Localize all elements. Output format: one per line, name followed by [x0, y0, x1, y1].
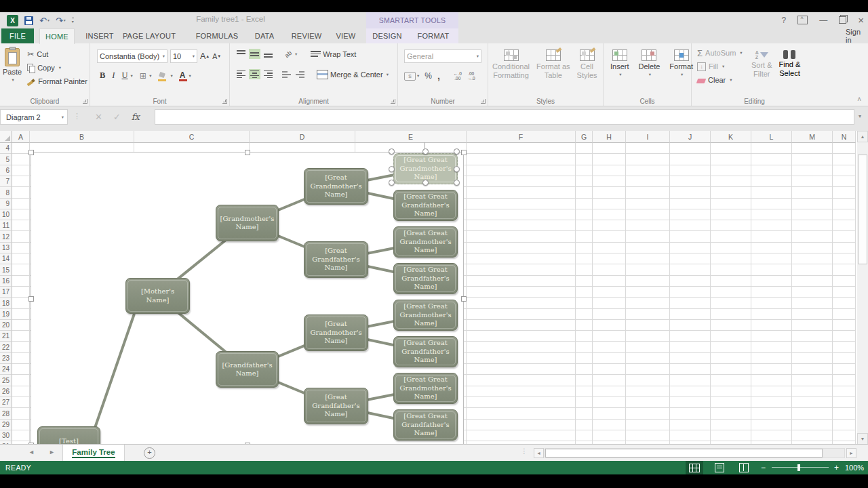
conditional-formatting-button[interactable]: Conditional Formatting	[492, 46, 530, 80]
ribbon-tab-file[interactable]: FILE	[1, 28, 34, 43]
sheet-tab-family-tree[interactable]: Family Tree	[62, 445, 125, 461]
sign-in-link[interactable]: Sign in	[846, 28, 868, 43]
paste-button[interactable]: Paste ▾	[3, 45, 22, 88]
tree-node[interactable]: [Great Great Grandmother's Name]	[393, 226, 458, 258]
cut-button[interactable]: ✂ Cut	[27, 47, 87, 61]
page-layout-view-button[interactable]	[711, 461, 728, 474]
frame-handle-top-left[interactable]	[28, 150, 34, 155]
borders-button[interactable]: ⊞	[140, 70, 146, 81]
vertical-scrollbar-thumb[interactable]	[858, 155, 867, 264]
align-bottom-icon[interactable]	[262, 49, 274, 59]
dialog-launcher-icon[interactable]	[222, 99, 227, 104]
collapse-ribbon-icon[interactable]: ˄	[857, 96, 861, 103]
copy-button[interactable]: Copy ▾	[27, 61, 87, 75]
tree-node[interactable]: [Great Grandmother's Name]	[304, 168, 368, 205]
sheetbar-divider-icon[interactable]: ⋮	[521, 447, 528, 455]
underline-button[interactable]: U	[122, 70, 128, 81]
normal-view-button[interactable]	[686, 461, 703, 474]
align-center-icon[interactable]	[249, 69, 260, 79]
orientation-icon[interactable]: ab	[283, 49, 293, 58]
tree-node[interactable]: [Great Grandfather's Name]	[304, 241, 368, 278]
node-handle-top-right[interactable]	[454, 148, 460, 155]
dialog-launcher-icon[interactable]	[83, 99, 87, 104]
find-select-button[interactable]: Find & Select	[779, 47, 801, 79]
sheet-nav-left-icon[interactable]: ◄	[28, 449, 35, 455]
align-middle-icon[interactable]	[249, 49, 260, 59]
hscroll-left-icon[interactable]: ◄	[534, 448, 544, 458]
number-format-combobox[interactable]: General ▾	[404, 49, 481, 63]
zoom-in-icon[interactable]: +	[834, 463, 839, 472]
new-sheet-icon[interactable]: +	[144, 447, 155, 459]
node-handle-top-center[interactable]	[422, 148, 429, 155]
frame-handle-mid-right[interactable]	[461, 296, 467, 302]
tree-node[interactable]: [Great Grandmother's Name]	[304, 314, 368, 351]
chevron-down-icon[interactable]: ▾	[189, 73, 191, 79]
chevron-down-icon[interactable]: ▾	[62, 115, 64, 120]
align-top-icon[interactable]	[235, 49, 247, 59]
percent-style-button[interactable]: %	[425, 71, 432, 81]
font-name-combobox[interactable]: Constantia (Body) ▾	[97, 49, 167, 63]
format-painter-button[interactable]: Format Painter	[27, 75, 87, 88]
grow-font-button[interactable]: A▲	[200, 52, 210, 61]
delete-cells-button[interactable]: Delete ▾	[639, 46, 660, 77]
node-handle-mid-right[interactable]	[454, 166, 460, 172]
chevron-down-icon[interactable]: ▾	[149, 73, 151, 79]
align-right-icon[interactable]	[262, 69, 274, 79]
chevron-down-icon[interactable]: ▾	[417, 73, 419, 79]
formula-bar-divider-icon[interactable]: ⋮	[73, 112, 81, 121]
horizontal-scrollbar-thumb[interactable]	[545, 449, 823, 458]
node-handle-bottom-left[interactable]	[389, 180, 395, 186]
node-handle-top-left[interactable]	[389, 148, 395, 155]
restore-icon[interactable]	[839, 16, 846, 24]
tree-node[interactable]: [Great Great Grandmother's Name]	[393, 300, 458, 331]
enter-check-icon[interactable]: ✓	[113, 112, 121, 122]
decrease-decimal-icon[interactable]: .00 →.0	[467, 71, 475, 81]
name-box[interactable]: Diagram 2 ▾	[0, 109, 68, 125]
ribbon-tab-review[interactable]: REVIEW	[288, 28, 326, 43]
frame-handle-top-right[interactable]	[461, 150, 467, 155]
tree-node[interactable]: [Great Grandfather's Name]	[304, 388, 368, 424]
font-size-combobox[interactable]: 10 ▾	[170, 49, 197, 63]
sort-filter-button[interactable]: AZ Sort & Filter	[751, 47, 772, 79]
ribbon-tab-format[interactable]: FORMAT	[412, 28, 454, 43]
chevron-down-icon[interactable]: ▾	[131, 73, 133, 79]
scroll-down-icon[interactable]: ▼	[857, 433, 868, 445]
accounting-format-icon[interactable]: $	[404, 72, 416, 81]
chevron-down-icon[interactable]: ▾	[387, 72, 389, 77]
format-as-table-button[interactable]: Format as Table	[536, 46, 570, 80]
chevron-down-icon[interactable]: ▾	[295, 52, 297, 57]
minimize-icon[interactable]: —	[819, 16, 827, 25]
increase-indent-icon[interactable]	[294, 69, 306, 79]
clear-button[interactable]: Clear ▾	[697, 73, 743, 87]
merge-center-label[interactable]: Merge & Center	[330, 70, 383, 79]
insert-function-icon[interactable]: fx	[132, 112, 140, 122]
ribbon-tab-formulas[interactable]: FORMULAS	[191, 28, 243, 43]
dialog-launcher-icon[interactable]	[391, 99, 395, 104]
ribbon-tab-insert[interactable]: INSERT	[81, 28, 118, 43]
tree-node[interactable]: [Great Great Grandfather's Name]	[393, 190, 458, 221]
hscroll-right-icon[interactable]: ►	[846, 448, 856, 458]
tree-node[interactable]: [Grandmother's Name]	[216, 205, 279, 241]
tree-node[interactable]: [Mother's Name]	[125, 278, 190, 314]
zoom-level-label[interactable]: 100%	[845, 464, 864, 472]
tree-node[interactable]: [Great Great Grandfather's Name]	[393, 336, 458, 367]
cell-styles-button[interactable]: Cell Styles	[577, 46, 597, 80]
wrap-text-label[interactable]: Wrap Text	[323, 50, 356, 58]
fill-button[interactable]: ↓ Fill ▾	[697, 60, 743, 73]
fill-color-icon[interactable]	[159, 73, 167, 79]
scroll-up-icon[interactable]: ▲	[857, 131, 868, 142]
ribbon-display-options-icon[interactable]	[797, 16, 808, 24]
dialog-launcher-icon[interactable]	[481, 99, 486, 104]
node-handle-bottom-right[interactable]	[454, 180, 460, 186]
expand-formula-bar-icon[interactable]: ▾	[859, 113, 861, 119]
chevron-down-icon[interactable]: ▾	[171, 73, 173, 79]
shrink-font-button[interactable]: A▼	[212, 52, 221, 60]
comma-style-button[interactable]: ,	[437, 70, 440, 81]
tree-node[interactable]: [Great Great Grandfather's Name]	[393, 263, 458, 294]
ribbon-tab-view[interactable]: VIEW	[330, 28, 362, 43]
font-color-button[interactable]: A	[180, 72, 186, 79]
help-icon[interactable]: ?	[782, 16, 787, 25]
worksheet-grid[interactable]: ABCDEFGHIJKLMN 4567891011121314151617181…	[0, 129, 868, 445]
tree-node[interactable]: [Great Great Grandmother's Name]	[393, 373, 458, 404]
cancel-icon[interactable]: ✕	[95, 112, 102, 122]
